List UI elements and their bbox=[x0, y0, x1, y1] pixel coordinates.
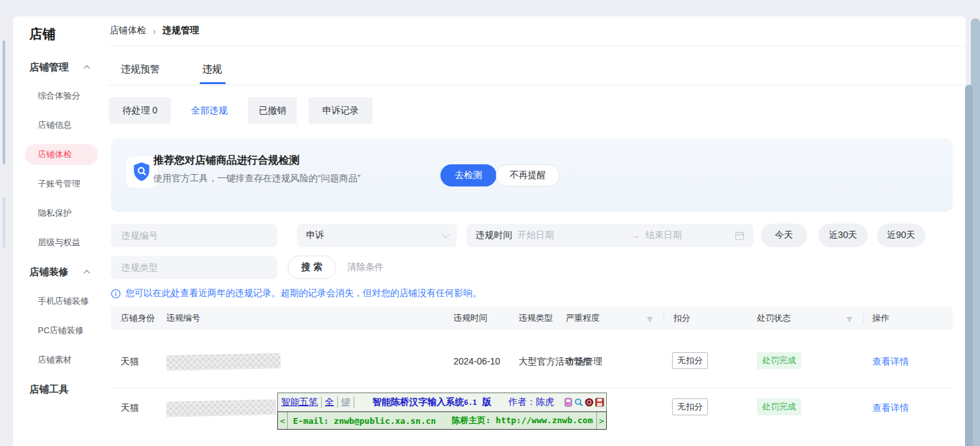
column-divider bbox=[863, 314, 864, 323]
sidebar-item-pc-decoration[interactable]: PC店铺装修 bbox=[38, 321, 84, 340]
ime-info-row: < E-mail: znwb@public.xa.sn.cn 陈桥主页: htt… bbox=[277, 411, 607, 430]
magnifier-icon[interactable] bbox=[574, 398, 583, 407]
row1-status-badge: 处罚完成 bbox=[757, 352, 801, 369]
masked-violation-number bbox=[166, 353, 281, 371]
col-violation-number: 违规编号 bbox=[166, 306, 200, 330]
ime-icon-group bbox=[564, 398, 606, 407]
dont-remind-button[interactable]: 不再提醒 bbox=[496, 164, 560, 186]
subtab-revoked[interactable]: 已撤销 bbox=[248, 97, 297, 124]
record-icon[interactable] bbox=[585, 398, 594, 407]
sidebar-item-shop-checkup[interactable]: 店铺体检 bbox=[25, 144, 98, 165]
appeal-select[interactable]: 申诉 bbox=[297, 224, 457, 247]
row1-time: 2024-06-10 bbox=[453, 356, 500, 366]
active-tab-underline bbox=[200, 82, 226, 84]
col-penalty-status: 处罚状态 bbox=[757, 306, 791, 330]
subtab-all-violations[interactable]: 全部违规 bbox=[178, 97, 241, 124]
start-date-placeholder: 开始日期 bbox=[517, 230, 554, 241]
violation-time-label: 违规时间 bbox=[476, 230, 512, 241]
subtab-appeal-records[interactable]: 申诉记录 bbox=[309, 97, 373, 124]
severity-filter-icon[interactable] bbox=[646, 314, 654, 326]
left-scrollbar-thumb[interactable] bbox=[3, 40, 5, 164]
banner-title: 推荐您对店铺商品进行合规检测 bbox=[153, 154, 299, 168]
row1-deduction-tag: 无扣分 bbox=[672, 352, 708, 369]
chevron-up-icon bbox=[84, 269, 90, 276]
sidebar-item-shop-material[interactable]: 店铺素材 bbox=[38, 350, 72, 370]
column-divider bbox=[664, 314, 664, 323]
row2-identity: 天猫 bbox=[121, 402, 139, 414]
status-filter-icon[interactable] bbox=[846, 314, 853, 326]
col-severity: 严重程度 bbox=[566, 306, 600, 330]
row1-severity: 市场管理 bbox=[566, 356, 602, 368]
today-button[interactable]: 今天 bbox=[761, 224, 807, 247]
compliance-check-banner: 推荐您对店铺商品进行合规检测 使用官方工具，一键排查存在违规风险的“问题商品” … bbox=[111, 138, 953, 212]
table-header: 店铺身份 违规编号 违规时间 违规类型 严重程度 扣分 处罚状态 操作 bbox=[111, 306, 953, 330]
ime-prev-arrow[interactable]: < bbox=[278, 412, 288, 429]
end-date-placeholder: 结束日期 bbox=[645, 230, 682, 241]
ime-email: E-mail: znwb@public.xa.sn.cn bbox=[293, 416, 436, 426]
ime-mode-wubi-button[interactable]: 智能五笔 bbox=[278, 396, 322, 408]
masked-violation-number bbox=[166, 399, 276, 417]
sidebar-item-subaccount[interactable]: 子账号管理 bbox=[38, 174, 80, 194]
calendar-icon bbox=[735, 231, 744, 241]
keyboard-icon[interactable] bbox=[564, 398, 573, 407]
records-notice: 您可以在此处查看近两年的违规记录。超期的记录会消失，但对您的店铺没有任何影响。 bbox=[111, 288, 482, 299]
row2-deduction-tag: 无扣分 bbox=[672, 398, 708, 415]
row2-status-badge: 处罚完成 bbox=[757, 398, 801, 415]
sidebar-item-experience-score[interactable]: 综合体验分 bbox=[38, 86, 80, 106]
breadcrumb-parent[interactable]: 店铺体检 bbox=[110, 25, 146, 37]
left-scrollbar-thumb-lower[interactable] bbox=[3, 197, 5, 248]
col-shop-identity: 店铺身份 bbox=[121, 306, 155, 330]
sidebar-section-shop-management[interactable]: 店铺管理 bbox=[29, 57, 90, 77]
info-icon bbox=[111, 289, 121, 299]
row-divider bbox=[111, 388, 953, 389]
ime-author: 作者：陈虎 bbox=[508, 396, 554, 408]
breadcrumb-separator: › bbox=[153, 25, 156, 37]
chevron-up-icon bbox=[84, 65, 90, 71]
breadcrumb-current: 违规管理 bbox=[162, 25, 199, 37]
sidebar-item-privacy[interactable]: 隐私保护 bbox=[38, 203, 72, 223]
row1-view-details-link[interactable]: 查看详情 bbox=[872, 356, 909, 368]
right-scrollbar-thumb[interactable] bbox=[965, 85, 973, 446]
chevron-down-icon bbox=[442, 231, 450, 238]
violation-time-range-picker[interactable]: 违规时间 开始日期 → 结束日期 bbox=[467, 224, 754, 247]
tabs-divider bbox=[108, 85, 966, 85]
ime-next-arrow[interactable]: > bbox=[596, 412, 606, 429]
range-arrow: → bbox=[631, 230, 640, 241]
main-panel: 店铺 店铺管理 综合体验分 店铺信息 店铺体检 子账号管理 隐私保护 层级与权益… bbox=[13, 16, 966, 446]
clear-filters-button[interactable]: 清除条件 bbox=[347, 256, 384, 279]
ime-title: 智能陈桥汉字输入系统6.1 版 bbox=[373, 396, 491, 408]
seller-center-screen: 店铺 店铺管理 综合体验分 店铺信息 店铺体检 子账号管理 隐私保护 层级与权益… bbox=[0, 0, 980, 446]
subtab-pending[interactable]: 待处理 0 bbox=[109, 97, 171, 124]
ime-homepage-link[interactable]: 陈桥主页: http://www.znwb.com bbox=[452, 415, 592, 426]
violation-number-input[interactable] bbox=[111, 230, 277, 241]
col-violation-time: 违规时间 bbox=[453, 306, 487, 330]
violation-number-field[interactable] bbox=[111, 224, 277, 247]
notice-text: 您可以在此处查看近两年的违规记录。超期的记录会消失，但对您的店铺没有任何影响。 bbox=[125, 288, 482, 299]
breadcrumb-divider bbox=[108, 46, 966, 46]
sidebar-item-mobile-decoration[interactable]: 手机店铺装修 bbox=[38, 291, 89, 311]
tab-violation[interactable]: 违规 bbox=[202, 63, 222, 76]
appeal-select-value: 申诉 bbox=[306, 230, 324, 241]
last-90-days-button[interactable]: 近90天 bbox=[877, 224, 925, 247]
col-action: 操作 bbox=[872, 306, 889, 330]
sidebar-title: 店铺 bbox=[29, 25, 55, 43]
tab-violation-warning[interactable]: 违规预警 bbox=[121, 63, 160, 76]
sidebar-item-level-rights[interactable]: 层级与权益 bbox=[38, 233, 80, 252]
last-30-days-button[interactable]: 近30天 bbox=[818, 224, 868, 247]
ime-status-row: 智能五笔 全 键 智能陈桥汉字输入系统6.1 版 作者：陈虎 bbox=[277, 393, 607, 411]
ime-fullwidth-button[interactable]: 全 bbox=[322, 396, 338, 408]
sidebar-item-shop-info[interactable]: 店铺信息 bbox=[38, 115, 72, 135]
row2-view-details-link[interactable]: 查看详情 bbox=[872, 402, 909, 414]
search-button[interactable]: 搜 索 bbox=[288, 256, 336, 279]
col-violation-type: 违规类型 bbox=[519, 306, 553, 330]
banner-subtitle: 使用官方工具，一键排查存在违规风险的“问题商品” bbox=[153, 173, 360, 185]
ime-keyboard-button[interactable]: 键 bbox=[338, 396, 354, 408]
violation-type-input[interactable] bbox=[111, 262, 277, 273]
floppy-save-icon[interactable] bbox=[595, 398, 604, 407]
breadcrumb: 店铺体检 › 违规管理 bbox=[110, 25, 199, 37]
violation-type-field[interactable] bbox=[111, 256, 277, 279]
sidebar-section-shop-tools[interactable]: 店铺工具 bbox=[29, 379, 69, 399]
row1-identity: 天猫 bbox=[121, 356, 139, 368]
sidebar-section-shop-decoration[interactable]: 店铺装修 bbox=[29, 262, 90, 282]
go-check-button[interactable]: 去检测 bbox=[440, 164, 497, 186]
